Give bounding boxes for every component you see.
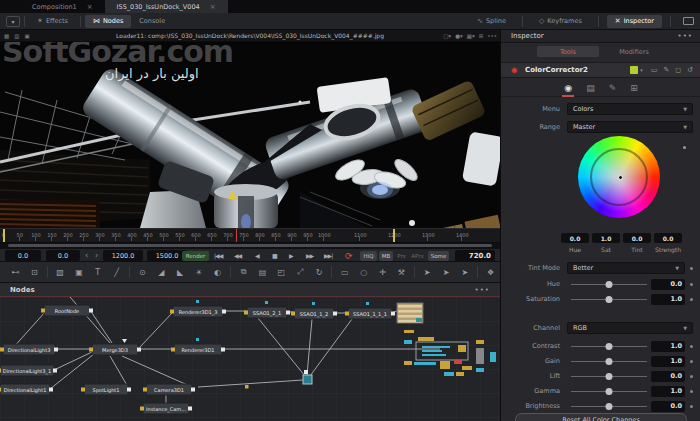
node-cluster-item[interactable] [422,346,450,348]
pin-icon[interactable]: ✎ [663,66,669,74]
resize-icon[interactable]: ⤢ [293,265,307,279]
slider-thumb[interactable] [606,281,613,288]
tab-tools[interactable]: Tools [537,46,599,57]
slider-value-field[interactable]: 1.0 [651,386,685,397]
reset-all-color-changes-button[interactable]: Reset All Color Changes [515,413,687,421]
transport-button[interactable]: ■ [272,250,277,261]
slider-thumb[interactable] [606,343,613,350]
node-input-dot[interactable] [140,407,144,411]
inspector-menu-icon[interactable]: ••• [678,32,700,40]
transport-button[interactable]: ◀ [255,250,259,261]
diamond-icon[interactable]: ❖ [484,265,498,279]
node-output-dot[interactable] [53,369,57,373]
quality-prx-button[interactable]: Prx [395,251,408,261]
node-cluster-item[interactable] [414,362,436,365]
node-output-dot[interactable] [286,311,290,315]
node-underlay3d[interactable] [303,375,312,384]
dual-monitor-icon[interactable] [683,17,694,25]
node-cluster-item[interactable] [476,368,484,372]
node-cluster-item[interactable] [476,348,484,364]
quality-some-button[interactable]: Some [428,251,449,261]
node-cluster-item[interactable] [462,366,472,370]
spline-button[interactable]: ∿ Spline [469,15,514,28]
render-end-field[interactable]: 1200.0 [103,250,143,261]
play3-icon[interactable]: ➤ [458,265,472,279]
quality-mb-button[interactable]: MB [379,251,393,261]
paint-icon[interactable]: ╱ [110,265,124,279]
chevron-down-icon[interactable]: ▾ [640,67,643,73]
close-icon[interactable]: × [210,3,216,11]
view-indicator-dot[interactable] [265,301,268,304]
node-input-dot[interactable] [143,388,147,392]
text-icon[interactable]: T [91,265,105,279]
node-output-dot[interactable] [127,388,131,392]
colorcorrector-icon[interactable]: ⊙ [136,265,150,279]
view-indicator-dot[interactable] [366,302,369,305]
view-indicator-dot[interactable] [196,300,199,303]
node-connection[interactable] [258,318,305,376]
node-cluster-item[interactable] [440,361,450,369]
node-output-dot[interactable] [137,348,141,352]
slider-thumb[interactable] [606,388,613,395]
saver-icon[interactable]: ⊡ [27,265,41,279]
transport-button[interactable]: ▶ [289,250,293,261]
keyframe-dot[interactable] [690,298,693,301]
node-cluster-item[interactable] [422,350,442,352]
channel-dropdown[interactable]: RGB ▼ [567,322,693,334]
slider-thumb[interactable] [606,296,613,303]
node-cluster-item[interactable] [490,352,496,362]
bspline-mask-icon[interactable]: ⚒ [395,265,409,279]
node-input-dot[interactable] [345,312,349,316]
wheel-field-value[interactable]: 0.0 [623,233,651,243]
transport-button[interactable]: ▶▶| [324,250,332,261]
node-output-dot[interactable] [191,388,195,392]
slider-value-field[interactable]: 1.0 [651,356,685,367]
node-cluster-item[interactable] [456,372,464,376]
slider-value-field[interactable]: 1.0 [651,341,685,352]
view-indicator-dot[interactable] [312,302,315,305]
loop-icon[interactable]: ⟳ [345,250,353,261]
wheel-field-value[interactable]: 0.0 [561,233,589,243]
timeline-scrollbar[interactable] [8,244,492,247]
quality-aprx-button[interactable]: APrx [409,251,426,261]
node-input-dot[interactable] [89,348,93,352]
node-cluster-item[interactable] [458,345,466,352]
merge-icon[interactable]: ⧉ [237,265,251,279]
wheel-field-value[interactable]: 1.0 [592,233,620,243]
node-input-dot[interactable] [0,369,1,373]
node-connection[interactable] [12,311,46,349]
node-output-dot[interactable] [49,388,53,392]
loader-icon[interactable]: ⊷ [9,265,23,279]
keyframes-button[interactable]: ◇ Keyframes [531,15,590,28]
tracker-icon[interactable]: ↻ [312,265,326,279]
current-frame-field[interactable]: 720.0 [455,250,495,262]
render-range-start-marker[interactable] [3,229,5,242]
node-connection[interactable] [70,297,110,343]
slider-saturation[interactable] [571,293,647,305]
render-start-field[interactable]: 0.0 [46,250,80,261]
slider-value-field[interactable]: 1.0 [651,294,685,305]
node-input-dot[interactable] [291,312,295,316]
colorcurves-icon[interactable]: ◢ [154,265,168,279]
inspector-button[interactable]: ✕ Inspector [607,15,662,28]
menu-dropdown[interactable]: Colors ▼ [567,103,693,115]
node-input-dot[interactable] [170,310,174,314]
tab-modifiers[interactable]: Modifiers [603,46,665,57]
node-output-dot[interactable] [89,309,93,313]
slider-gain[interactable] [571,355,647,367]
nodes-menu-icon[interactable]: ••• [475,286,500,294]
node-input-dot[interactable] [171,348,175,352]
effects-button[interactable]: ✶ Effects [29,15,76,28]
mattecontrol-icon[interactable]: ◰ [274,265,288,279]
tab-iss-comp[interactable]: ISS_030_IssUnDock_V004 × [105,0,228,13]
huecurves-icon[interactable]: ◣ [173,265,187,279]
slider-gamma[interactable] [571,385,647,397]
options-tab-icon[interactable]: ⊞ [630,83,638,93]
versions-icon[interactable]: ▭ [651,66,658,74]
viewer-canvas[interactable]: SoftGozar.com اولین بار در ایران [0,42,500,228]
reset-icon[interactable]: ↺ [687,66,693,74]
slider-thumb[interactable] [606,373,613,380]
correction-tab-icon[interactable]: ◉ [564,83,572,93]
viewer-menu-icon[interactable]: ••• [487,33,497,39]
keyframe-dot[interactable] [690,375,693,378]
